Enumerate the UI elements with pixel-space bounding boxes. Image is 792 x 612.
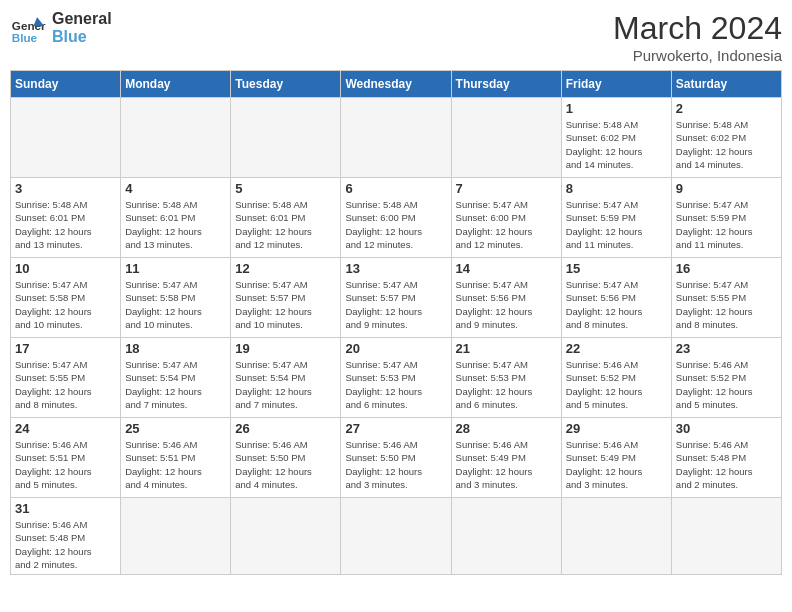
day-number: 2 bbox=[676, 101, 777, 116]
location-title: Purwokerto, Indonesia bbox=[613, 47, 782, 64]
day-info: Sunrise: 5:47 AM Sunset: 5:54 PM Dayligh… bbox=[125, 358, 226, 411]
logo: General Blue General Blue bbox=[10, 10, 112, 46]
day-number: 8 bbox=[566, 181, 667, 196]
day-number: 12 bbox=[235, 261, 336, 276]
svg-text:Blue: Blue bbox=[12, 31, 38, 44]
month-title: March 2024 bbox=[613, 10, 782, 47]
day-number: 11 bbox=[125, 261, 226, 276]
calendar-cell: 3Sunrise: 5:48 AM Sunset: 6:01 PM Daylig… bbox=[11, 178, 121, 258]
calendar-cell: 7Sunrise: 5:47 AM Sunset: 6:00 PM Daylig… bbox=[451, 178, 561, 258]
calendar-week-row: 1Sunrise: 5:48 AM Sunset: 6:02 PM Daylig… bbox=[11, 98, 782, 178]
day-info: Sunrise: 5:48 AM Sunset: 6:02 PM Dayligh… bbox=[676, 118, 777, 171]
day-info: Sunrise: 5:46 AM Sunset: 5:52 PM Dayligh… bbox=[566, 358, 667, 411]
day-info: Sunrise: 5:46 AM Sunset: 5:50 PM Dayligh… bbox=[345, 438, 446, 491]
calendar-cell: 21Sunrise: 5:47 AM Sunset: 5:53 PM Dayli… bbox=[451, 338, 561, 418]
calendar-cell bbox=[341, 498, 451, 575]
calendar-week-row: 3Sunrise: 5:48 AM Sunset: 6:01 PM Daylig… bbox=[11, 178, 782, 258]
calendar-cell: 9Sunrise: 5:47 AM Sunset: 5:59 PM Daylig… bbox=[671, 178, 781, 258]
day-header-sunday: Sunday bbox=[11, 71, 121, 98]
day-number: 17 bbox=[15, 341, 116, 356]
calendar-cell bbox=[231, 98, 341, 178]
day-number: 6 bbox=[345, 181, 446, 196]
logo-icon: General Blue bbox=[10, 10, 46, 46]
day-number: 23 bbox=[676, 341, 777, 356]
day-number: 31 bbox=[15, 501, 116, 516]
day-info: Sunrise: 5:47 AM Sunset: 6:00 PM Dayligh… bbox=[456, 198, 557, 251]
calendar-cell bbox=[671, 498, 781, 575]
day-header-monday: Monday bbox=[121, 71, 231, 98]
calendar-cell: 23Sunrise: 5:46 AM Sunset: 5:52 PM Dayli… bbox=[671, 338, 781, 418]
day-number: 24 bbox=[15, 421, 116, 436]
calendar-cell: 22Sunrise: 5:46 AM Sunset: 5:52 PM Dayli… bbox=[561, 338, 671, 418]
day-info: Sunrise: 5:46 AM Sunset: 5:52 PM Dayligh… bbox=[676, 358, 777, 411]
day-info: Sunrise: 5:47 AM Sunset: 5:53 PM Dayligh… bbox=[456, 358, 557, 411]
day-info: Sunrise: 5:48 AM Sunset: 6:01 PM Dayligh… bbox=[125, 198, 226, 251]
day-info: Sunrise: 5:46 AM Sunset: 5:50 PM Dayligh… bbox=[235, 438, 336, 491]
day-info: Sunrise: 5:46 AM Sunset: 5:48 PM Dayligh… bbox=[676, 438, 777, 491]
calendar-table: SundayMondayTuesdayWednesdayThursdayFrid… bbox=[10, 70, 782, 575]
calendar-cell: 28Sunrise: 5:46 AM Sunset: 5:49 PM Dayli… bbox=[451, 418, 561, 498]
calendar-cell: 27Sunrise: 5:46 AM Sunset: 5:50 PM Dayli… bbox=[341, 418, 451, 498]
day-info: Sunrise: 5:46 AM Sunset: 5:49 PM Dayligh… bbox=[566, 438, 667, 491]
day-header-wednesday: Wednesday bbox=[341, 71, 451, 98]
day-number: 14 bbox=[456, 261, 557, 276]
day-number: 27 bbox=[345, 421, 446, 436]
calendar-cell: 18Sunrise: 5:47 AM Sunset: 5:54 PM Dayli… bbox=[121, 338, 231, 418]
page-header: General Blue General Blue March 2024 Pur… bbox=[10, 10, 782, 64]
day-info: Sunrise: 5:47 AM Sunset: 5:59 PM Dayligh… bbox=[676, 198, 777, 251]
day-info: Sunrise: 5:46 AM Sunset: 5:51 PM Dayligh… bbox=[15, 438, 116, 491]
logo-general-text: General bbox=[52, 10, 112, 28]
day-info: Sunrise: 5:47 AM Sunset: 5:55 PM Dayligh… bbox=[676, 278, 777, 331]
day-info: Sunrise: 5:47 AM Sunset: 5:54 PM Dayligh… bbox=[235, 358, 336, 411]
calendar-cell: 19Sunrise: 5:47 AM Sunset: 5:54 PM Dayli… bbox=[231, 338, 341, 418]
calendar-cell bbox=[121, 498, 231, 575]
calendar-cell: 25Sunrise: 5:46 AM Sunset: 5:51 PM Dayli… bbox=[121, 418, 231, 498]
calendar-week-row: 17Sunrise: 5:47 AM Sunset: 5:55 PM Dayli… bbox=[11, 338, 782, 418]
calendar-cell: 17Sunrise: 5:47 AM Sunset: 5:55 PM Dayli… bbox=[11, 338, 121, 418]
day-number: 4 bbox=[125, 181, 226, 196]
calendar-header-row: SundayMondayTuesdayWednesdayThursdayFrid… bbox=[11, 71, 782, 98]
day-number: 25 bbox=[125, 421, 226, 436]
calendar-cell: 5Sunrise: 5:48 AM Sunset: 6:01 PM Daylig… bbox=[231, 178, 341, 258]
calendar-cell: 31Sunrise: 5:46 AM Sunset: 5:48 PM Dayli… bbox=[11, 498, 121, 575]
calendar-week-row: 10Sunrise: 5:47 AM Sunset: 5:58 PM Dayli… bbox=[11, 258, 782, 338]
logo-blue-text: Blue bbox=[52, 28, 112, 46]
day-number: 19 bbox=[235, 341, 336, 356]
calendar-cell: 1Sunrise: 5:48 AM Sunset: 6:02 PM Daylig… bbox=[561, 98, 671, 178]
day-info: Sunrise: 5:47 AM Sunset: 5:56 PM Dayligh… bbox=[566, 278, 667, 331]
day-info: Sunrise: 5:46 AM Sunset: 5:48 PM Dayligh… bbox=[15, 518, 116, 571]
day-info: Sunrise: 5:48 AM Sunset: 6:00 PM Dayligh… bbox=[345, 198, 446, 251]
calendar-cell: 16Sunrise: 5:47 AM Sunset: 5:55 PM Dayli… bbox=[671, 258, 781, 338]
calendar-cell: 24Sunrise: 5:46 AM Sunset: 5:51 PM Dayli… bbox=[11, 418, 121, 498]
day-info: Sunrise: 5:47 AM Sunset: 5:57 PM Dayligh… bbox=[235, 278, 336, 331]
day-number: 30 bbox=[676, 421, 777, 436]
calendar-cell: 10Sunrise: 5:47 AM Sunset: 5:58 PM Dayli… bbox=[11, 258, 121, 338]
day-number: 7 bbox=[456, 181, 557, 196]
calendar-cell bbox=[341, 98, 451, 178]
day-info: Sunrise: 5:47 AM Sunset: 5:53 PM Dayligh… bbox=[345, 358, 446, 411]
day-number: 5 bbox=[235, 181, 336, 196]
day-header-friday: Friday bbox=[561, 71, 671, 98]
calendar-cell bbox=[561, 498, 671, 575]
calendar-cell: 4Sunrise: 5:48 AM Sunset: 6:01 PM Daylig… bbox=[121, 178, 231, 258]
day-info: Sunrise: 5:47 AM Sunset: 5:56 PM Dayligh… bbox=[456, 278, 557, 331]
calendar-cell: 11Sunrise: 5:47 AM Sunset: 5:58 PM Dayli… bbox=[121, 258, 231, 338]
day-info: Sunrise: 5:48 AM Sunset: 6:01 PM Dayligh… bbox=[15, 198, 116, 251]
day-info: Sunrise: 5:47 AM Sunset: 5:57 PM Dayligh… bbox=[345, 278, 446, 331]
day-info: Sunrise: 5:47 AM Sunset: 5:55 PM Dayligh… bbox=[15, 358, 116, 411]
day-number: 28 bbox=[456, 421, 557, 436]
calendar-cell bbox=[451, 498, 561, 575]
calendar-cell: 15Sunrise: 5:47 AM Sunset: 5:56 PM Dayli… bbox=[561, 258, 671, 338]
calendar-cell bbox=[451, 98, 561, 178]
day-number: 21 bbox=[456, 341, 557, 356]
day-info: Sunrise: 5:47 AM Sunset: 5:58 PM Dayligh… bbox=[125, 278, 226, 331]
day-number: 22 bbox=[566, 341, 667, 356]
calendar-cell bbox=[121, 98, 231, 178]
calendar-week-row: 24Sunrise: 5:46 AM Sunset: 5:51 PM Dayli… bbox=[11, 418, 782, 498]
day-info: Sunrise: 5:47 AM Sunset: 5:58 PM Dayligh… bbox=[15, 278, 116, 331]
calendar-cell: 12Sunrise: 5:47 AM Sunset: 5:57 PM Dayli… bbox=[231, 258, 341, 338]
calendar-cell: 30Sunrise: 5:46 AM Sunset: 5:48 PM Dayli… bbox=[671, 418, 781, 498]
day-number: 26 bbox=[235, 421, 336, 436]
day-info: Sunrise: 5:48 AM Sunset: 6:02 PM Dayligh… bbox=[566, 118, 667, 171]
day-number: 18 bbox=[125, 341, 226, 356]
